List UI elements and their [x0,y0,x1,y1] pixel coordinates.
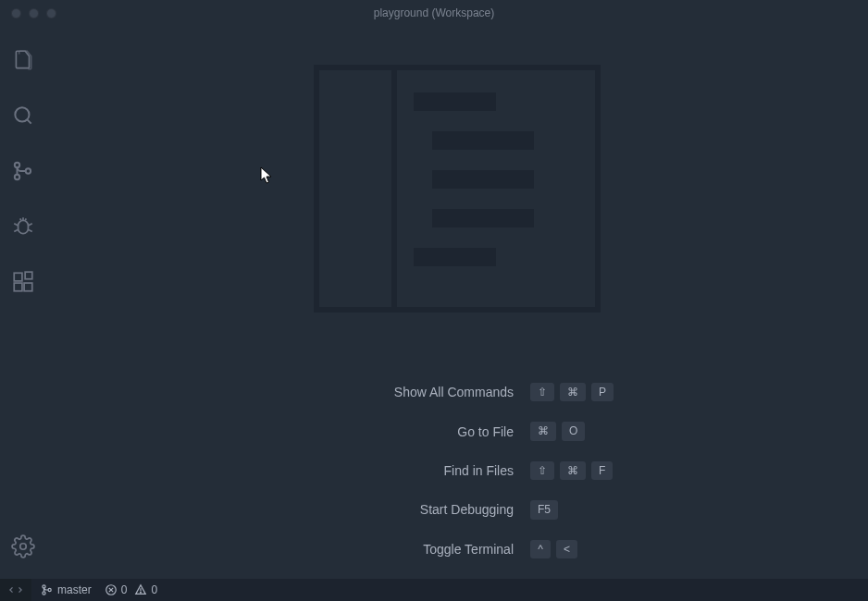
key: ⇧ [530,461,554,480]
shortcut-show-all-commands: Show All Commands ⇧ ⌘ P [291,383,623,401]
settings-gear-icon[interactable] [0,523,46,570]
key: ⌘ [530,422,556,440]
activity-bar [0,26,46,579]
key: ⇧ [530,383,554,401]
svg-line-5 [14,224,18,226]
shortcut-toggle-terminal: Toggle Terminal ^ < [291,540,623,558]
shortcut-keys: ⌘ O [530,422,623,440]
svg-rect-13 [14,283,22,291]
debug-icon[interactable] [0,203,46,250]
shortcut-keys: ⇧ ⌘ F [530,461,623,480]
key: ^ [530,540,551,558]
svg-line-6 [28,224,31,226]
titlebar: playground (Workspace) [0,0,868,26]
problems-errors[interactable]: 0 0 [105,583,157,596]
search-icon[interactable] [0,92,46,139]
shortcut-find-in-files: Find in Files ⇧ ⌘ F [291,461,623,480]
key: O [562,422,585,440]
shortcut-keys: ^ < [530,540,623,558]
svg-point-3 [15,175,19,179]
key: F [591,461,613,480]
shortcut-label: Go to File [291,424,514,439]
shortcut-label: Start Debugging [291,502,514,517]
svg-rect-12 [14,273,22,281]
source-control-icon[interactable] [0,148,46,194]
svg-line-7 [14,229,18,231]
svg-rect-14 [24,283,32,291]
shortcut-list: Show All Commands ⇧ ⌘ P Go to File ⌘ O F… [291,383,623,558]
maximize-window-icon[interactable] [46,8,56,18]
extensions-icon[interactable] [0,259,46,305]
branch-name: master [57,583,92,596]
shortcut-label: Find in Files [291,463,514,478]
shortcut-go-to-file: Go to File ⌘ O [291,422,623,440]
svg-rect-15 [25,272,32,279]
git-branch[interactable]: master [41,583,92,596]
explorer-icon[interactable] [0,37,46,83]
svg-point-4 [26,168,31,173]
svg-point-2 [15,163,19,167]
window-title: playground (Workspace) [374,6,495,19]
editor-watermark-icon [314,65,601,313]
traffic-lights [0,8,56,18]
error-count: 0 [121,583,128,596]
svg-point-16 [20,544,27,550]
shortcut-keys: ⇧ ⌘ P [530,383,623,401]
svg-line-10 [20,218,21,220]
shortcut-label: Toggle Terminal [291,542,514,557]
shortcut-keys: F5 [530,500,623,519]
close-window-icon[interactable] [11,8,21,18]
svg-line-8 [28,229,31,231]
svg-line-1 [27,119,31,123]
main-area: Show All Commands ⇧ ⌘ P Go to File ⌘ O F… [0,26,868,579]
remote-indicator[interactable] [0,579,31,601]
key: P [591,383,614,401]
svg-line-11 [25,218,26,220]
minimize-window-icon[interactable] [29,8,39,18]
key: ⌘ [560,383,586,401]
key: ⌘ [560,461,586,480]
warning-count: 0 [151,583,157,596]
statusbar: master 0 0 [0,579,868,601]
svg-point-19 [48,588,51,591]
editor-welcome: Show All Commands ⇧ ⌘ P Go to File ⌘ O F… [46,26,868,579]
svg-point-24 [141,592,142,593]
key: < [556,540,577,558]
key: F5 [530,500,558,519]
shortcut-start-debugging: Start Debugging F5 [291,500,623,519]
svg-point-18 [43,592,45,595]
shortcut-label: Show All Commands [291,385,514,399]
svg-point-0 [15,107,29,121]
